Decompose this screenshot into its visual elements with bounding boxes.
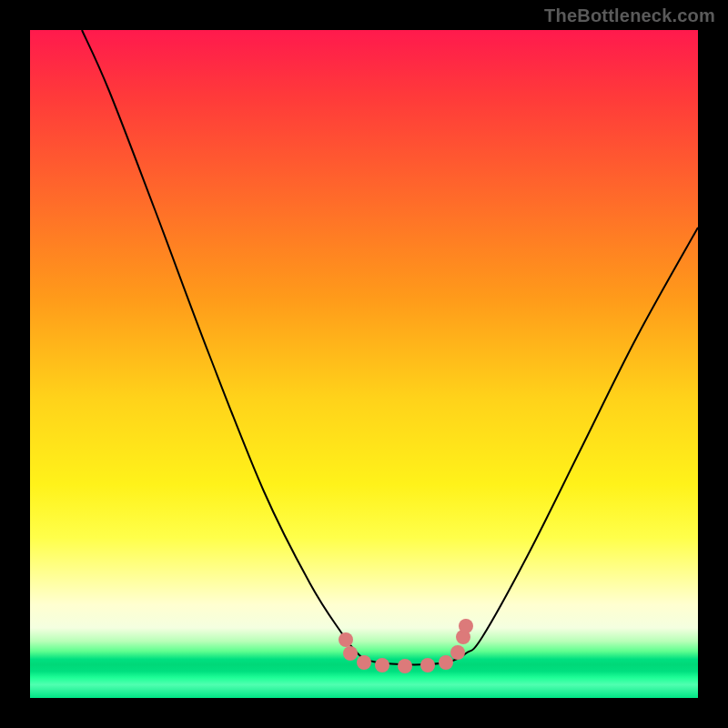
bottom-dot	[357, 655, 371, 670]
curve-overlay	[0, 0, 728, 728]
bottom-dot	[339, 632, 353, 647]
bottom-dot	[459, 619, 473, 633]
bottom-dot	[343, 646, 358, 661]
bottom-dot	[439, 655, 453, 670]
bottom-dot	[450, 645, 465, 660]
bottom-dot	[398, 659, 412, 673]
bottleneck-curve	[82, 30, 698, 664]
bottom-dot	[420, 658, 435, 672]
chart-frame: TheBottleneck.com	[0, 0, 728, 728]
bottom-dot	[375, 658, 389, 672]
watermark-text: TheBottleneck.com	[544, 5, 715, 26]
bottom-dots-group	[339, 619, 473, 673]
